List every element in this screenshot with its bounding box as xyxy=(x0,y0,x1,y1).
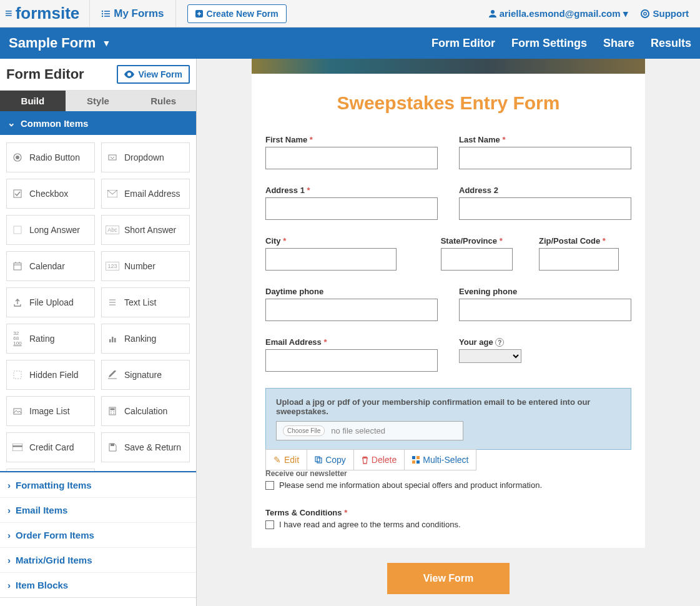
accordion-matrix-grid-items[interactable]: ›Matrix/Grid Items xyxy=(0,547,196,572)
field-age[interactable]: Your age ? xyxy=(459,337,631,372)
field-email[interactable]: Email Address * xyxy=(265,337,438,372)
hero-image xyxy=(252,59,645,74)
user-menu[interactable]: ariella.esmond@gmail.com ▾ xyxy=(488,8,628,19)
chevron-down-icon: ▼ xyxy=(102,38,111,48)
address1-input[interactable] xyxy=(265,197,438,220)
svg-point-10 xyxy=(16,156,19,159)
svg-rect-5 xyxy=(104,16,110,17)
svg-rect-15 xyxy=(14,263,21,270)
field-address2[interactable]: Address 2 xyxy=(459,186,631,220)
item-dropdown[interactable]: Dropdown xyxy=(101,142,190,172)
item-email-address[interactable]: Email Address xyxy=(101,179,190,209)
form-name-label: Sample Form xyxy=(9,35,96,51)
newsletter-block[interactable]: Receive our newsletter Please send me in… xyxy=(265,469,631,490)
form-name-dropdown[interactable]: Sample Form ▼ xyxy=(9,35,111,51)
item-ranking[interactable]: Ranking xyxy=(101,324,190,354)
item-calendar[interactable]: Calendar xyxy=(6,251,95,281)
field-city[interactable]: City * xyxy=(265,236,420,271)
accordion-order-form-items[interactable]: ›Order Form Items xyxy=(0,522,196,547)
tab-form-editor[interactable]: Form Editor xyxy=(431,37,495,50)
logo[interactable]: ≡ formsite xyxy=(0,4,89,23)
tab-share[interactable]: Share xyxy=(603,37,634,50)
upload-item-selected[interactable]: Upload a jpg or pdf of your membership c… xyxy=(265,388,631,450)
item-calculation[interactable]: Calculation xyxy=(101,396,190,426)
item-text-list[interactable]: Text List xyxy=(101,287,190,317)
tab-form-settings[interactable]: Form Settings xyxy=(511,37,587,50)
item-number[interactable]: 123Number xyxy=(101,251,190,281)
last-name-input[interactable] xyxy=(459,147,631,169)
toolbar-edit[interactable]: ✎ Edit xyxy=(266,450,307,470)
plus-icon xyxy=(195,10,203,17)
zip-input[interactable] xyxy=(539,248,619,271)
toolbar-multi-select[interactable]: Multi-Select xyxy=(405,450,476,470)
field-address1[interactable]: Address 1 * xyxy=(265,186,438,220)
item-credit-card[interactable]: Credit Card xyxy=(6,432,95,462)
support-link[interactable]: Support xyxy=(641,8,689,19)
item-image-list[interactable]: Image List xyxy=(6,396,95,426)
terms-block[interactable]: Terms & Conditions * I have read and agr… xyxy=(265,507,631,529)
sidebar-tab-style[interactable]: Style xyxy=(66,91,131,111)
pencil-icon: ✎ xyxy=(274,455,281,465)
ranking-icon xyxy=(107,333,118,344)
item-signature[interactable]: Signature xyxy=(101,360,190,390)
sidebar-tab-build[interactable]: Build xyxy=(0,91,66,111)
imagelist-icon xyxy=(12,405,23,417)
item-radio-button[interactable]: Radio Button xyxy=(6,142,95,172)
address2-input[interactable] xyxy=(459,197,631,220)
field-state[interactable]: State/Province * xyxy=(441,236,518,271)
svg-rect-11 xyxy=(109,155,116,160)
field-daytime-phone[interactable]: Daytime phone xyxy=(265,287,438,321)
item-rating[interactable]: 3268100Rating xyxy=(6,324,95,354)
chevron-right-icon: › xyxy=(7,555,11,565)
upload-label: Upload a jpg or pdf of your membership c… xyxy=(276,397,621,416)
accordion-formatting-items[interactable]: ›Formatting Items xyxy=(0,472,196,497)
age-select[interactable] xyxy=(459,349,521,363)
accordion-item-blocks[interactable]: ›Item Blocks xyxy=(0,572,196,597)
item-short-answer[interactable]: AbcShort Answer xyxy=(101,215,190,245)
create-form-button[interactable]: Create New Form xyxy=(187,4,287,23)
accordion-common-items[interactable]: ⌄ Common Items xyxy=(0,111,196,135)
field-last-name[interactable]: Last Name * xyxy=(459,135,631,169)
field-zip[interactable]: Zip/Postal Code * xyxy=(539,236,631,271)
field-first-name[interactable]: First Name * xyxy=(265,135,438,169)
item-checkbox[interactable]: Checkbox xyxy=(6,179,95,209)
support-label: Support xyxy=(653,8,689,19)
first-name-input[interactable] xyxy=(265,147,438,169)
chevron-right-icon: › xyxy=(7,580,11,590)
terms-checkbox[interactable] xyxy=(265,520,274,529)
number-icon: 123 xyxy=(107,261,118,272)
item-save-return[interactable]: Save & Return xyxy=(101,432,190,462)
help-icon[interactable]: ? xyxy=(495,338,504,347)
sidebar: Form Editor View Form Build Style Rules … xyxy=(0,59,197,606)
save-icon xyxy=(107,442,118,453)
credit-icon xyxy=(12,442,23,453)
item-hidden-field[interactable]: Hidden Field xyxy=(6,360,95,390)
accordion-email-items[interactable]: ›Email Items xyxy=(0,497,196,522)
brand-name: formsite xyxy=(16,4,80,23)
list-icon xyxy=(101,9,110,18)
evening-phone-input[interactable] xyxy=(459,299,631,321)
state-input[interactable] xyxy=(441,248,513,271)
toolbar-delete[interactable]: Delete xyxy=(354,450,405,470)
calc-icon xyxy=(107,405,118,417)
view-form-button-small[interactable]: View Form xyxy=(117,65,190,84)
email-input[interactable] xyxy=(265,349,438,372)
topbar: ≡ formsite My Forms Create New Form arie… xyxy=(0,0,700,27)
file-picker[interactable]: Choose File no file selected xyxy=(276,421,463,440)
toolbar-copy[interactable]: Copy xyxy=(307,450,354,470)
sidebar-tab-rules[interactable]: Rules xyxy=(131,91,196,111)
svg-rect-1 xyxy=(104,11,110,12)
item-file-upload[interactable]: File Upload xyxy=(6,287,95,317)
choose-file-button[interactable]: Choose File xyxy=(283,425,325,436)
item-long-answer[interactable]: Long Answer xyxy=(6,215,95,245)
city-input[interactable] xyxy=(265,248,397,271)
daytime-phone-input[interactable] xyxy=(265,299,438,321)
radio-icon xyxy=(12,152,23,163)
canvas: Sweepstakes Entry Form First Name * Last… xyxy=(197,59,700,606)
field-evening-phone[interactable]: Evening phone xyxy=(459,287,631,321)
my-forms-link[interactable]: My Forms xyxy=(89,0,175,27)
svg-point-24 xyxy=(113,411,114,412)
newsletter-checkbox[interactable] xyxy=(265,481,274,490)
view-form-button-large[interactable]: View Form xyxy=(387,563,510,594)
tab-results[interactable]: Results xyxy=(651,37,691,50)
